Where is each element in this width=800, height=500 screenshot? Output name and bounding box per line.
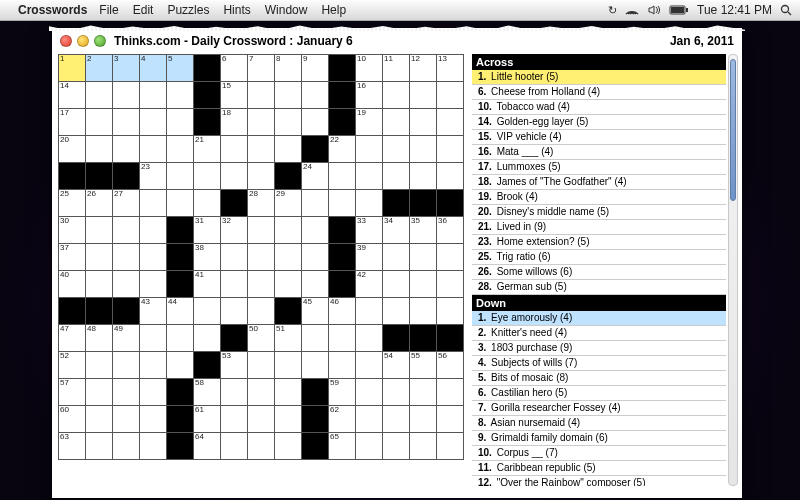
grid-cell[interactable]: 36 — [437, 217, 464, 244]
grid-cell[interactable]: 8 — [275, 55, 302, 82]
grid-cell[interactable] — [410, 82, 437, 109]
grid-cell[interactable] — [194, 190, 221, 217]
clue-scroll-thumb[interactable] — [730, 59, 736, 201]
down-clue[interactable]: 9. Grimaldi family domain (6) — [472, 431, 726, 446]
grid-cell[interactable] — [410, 406, 437, 433]
grid-cell[interactable] — [356, 190, 383, 217]
down-clue[interactable]: 11. Caribbean republic (5) — [472, 461, 726, 476]
grid-cell[interactable] — [275, 244, 302, 271]
grid-cell[interactable]: 38 — [194, 244, 221, 271]
grid-cell[interactable] — [194, 163, 221, 190]
grid-cell[interactable] — [86, 433, 113, 460]
grid-cell[interactable]: 9 — [302, 55, 329, 82]
grid-cell[interactable]: 2 — [86, 55, 113, 82]
grid-cell[interactable]: 44 — [167, 298, 194, 325]
grid-cell[interactable]: 24 — [302, 163, 329, 190]
grid-cell[interactable] — [86, 271, 113, 298]
grid-cell[interactable] — [248, 136, 275, 163]
grid-cell[interactable] — [167, 190, 194, 217]
grid-cell[interactable] — [167, 163, 194, 190]
grid-cell[interactable]: 30 — [59, 217, 86, 244]
grid-cell[interactable] — [140, 352, 167, 379]
grid-cell[interactable] — [275, 352, 302, 379]
grid-cell[interactable] — [140, 271, 167, 298]
grid-cell[interactable]: 16 — [356, 82, 383, 109]
across-clue[interactable]: 17. Lummoxes (5) — [472, 160, 726, 175]
grid-cell[interactable] — [383, 271, 410, 298]
grid-cell[interactable] — [248, 217, 275, 244]
down-clue[interactable]: 4. Subjects of wills (7) — [472, 356, 726, 371]
grid-cell[interactable]: 32 — [221, 217, 248, 244]
grid-cell[interactable]: 61 — [194, 406, 221, 433]
grid-cell[interactable] — [140, 109, 167, 136]
grid-cell[interactable] — [113, 244, 140, 271]
grid-cell[interactable] — [437, 298, 464, 325]
grid-cell[interactable]: 34 — [383, 217, 410, 244]
grid-cell[interactable] — [383, 379, 410, 406]
grid-cell[interactable] — [86, 379, 113, 406]
grid-cell[interactable] — [167, 136, 194, 163]
grid-cell[interactable] — [383, 136, 410, 163]
grid-cell[interactable]: 55 — [410, 352, 437, 379]
grid-cell[interactable]: 10 — [356, 55, 383, 82]
grid-cell[interactable] — [248, 82, 275, 109]
across-clue[interactable]: 28. German sub (5) — [472, 280, 726, 295]
across-clue[interactable]: 26. Some willows (6) — [472, 265, 726, 280]
grid-cell[interactable]: 64 — [194, 433, 221, 460]
across-clue[interactable]: 10. Tobacco wad (4) — [472, 100, 726, 115]
grid-cell[interactable] — [113, 82, 140, 109]
across-clue[interactable]: 20. Disney's middle name (5) — [472, 205, 726, 220]
grid-cell[interactable]: 56 — [437, 352, 464, 379]
grid-cell[interactable]: 48 — [86, 325, 113, 352]
grid-cell[interactable] — [437, 433, 464, 460]
grid-cell[interactable]: 4 — [140, 55, 167, 82]
across-clue[interactable]: 6. Cheese from Holland (4) — [472, 85, 726, 100]
grid-cell[interactable] — [383, 109, 410, 136]
grid-cell[interactable] — [248, 379, 275, 406]
grid-cell[interactable] — [167, 352, 194, 379]
grid-cell[interactable]: 58 — [194, 379, 221, 406]
grid-cell[interactable] — [221, 163, 248, 190]
clue-scrollbar[interactable] — [728, 54, 738, 486]
status-airport-icon[interactable] — [625, 5, 639, 15]
grid-cell[interactable] — [329, 352, 356, 379]
grid-cell[interactable] — [248, 352, 275, 379]
grid-cell[interactable]: 29 — [275, 190, 302, 217]
grid-cell[interactable] — [437, 379, 464, 406]
grid-cell[interactable]: 17 — [59, 109, 86, 136]
zoom-button[interactable] — [94, 35, 106, 47]
menu-edit[interactable]: Edit — [133, 3, 154, 17]
grid-cell[interactable] — [86, 244, 113, 271]
grid-cell[interactable] — [113, 136, 140, 163]
grid-cell[interactable] — [248, 271, 275, 298]
grid-cell[interactable] — [329, 190, 356, 217]
grid-cell[interactable] — [140, 190, 167, 217]
grid-cell[interactable] — [167, 325, 194, 352]
menubar-clock[interactable]: Tue 12:41 PM — [697, 3, 772, 17]
grid-cell[interactable] — [275, 433, 302, 460]
grid-cell[interactable] — [302, 352, 329, 379]
grid-cell[interactable] — [437, 82, 464, 109]
menu-hints[interactable]: Hints — [223, 3, 250, 17]
grid-cell[interactable] — [221, 298, 248, 325]
grid-cell[interactable] — [356, 433, 383, 460]
grid-cell[interactable]: 42 — [356, 271, 383, 298]
grid-cell[interactable]: 22 — [329, 136, 356, 163]
down-clue[interactable]: 7. Gorilla researcher Fossey (4) — [472, 401, 726, 416]
menu-file[interactable]: File — [99, 3, 118, 17]
across-clue[interactable]: 19. Brook (4) — [472, 190, 726, 205]
grid-cell[interactable]: 6 — [221, 55, 248, 82]
status-spotlight-icon[interactable] — [780, 4, 792, 16]
grid-cell[interactable]: 28 — [248, 190, 275, 217]
grid-cell[interactable]: 63 — [59, 433, 86, 460]
grid-cell[interactable] — [410, 109, 437, 136]
grid-cell[interactable]: 41 — [194, 271, 221, 298]
grid-cell[interactable] — [221, 271, 248, 298]
grid-cell[interactable] — [410, 163, 437, 190]
grid-cell[interactable]: 62 — [329, 406, 356, 433]
grid-cell[interactable]: 54 — [383, 352, 410, 379]
grid-cell[interactable]: 3 — [113, 55, 140, 82]
grid-cell[interactable]: 37 — [59, 244, 86, 271]
down-clue[interactable]: 8. Asian nursemaid (4) — [472, 416, 726, 431]
grid-cell[interactable] — [356, 163, 383, 190]
